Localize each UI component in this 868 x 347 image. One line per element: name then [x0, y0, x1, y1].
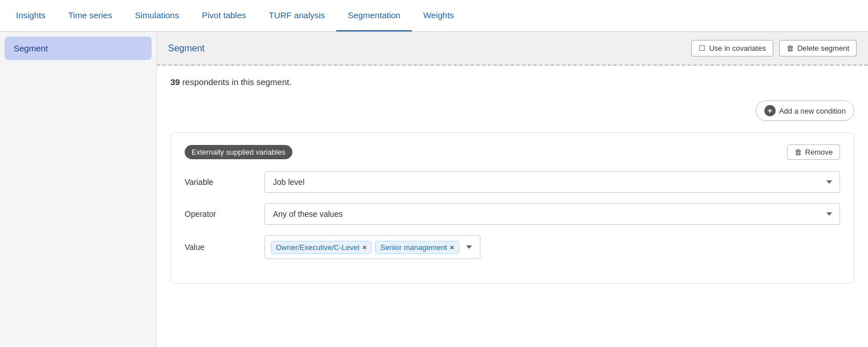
tag-senior-management-label: Senior management: [380, 243, 447, 252]
header-actions: ☐ Use in covariates 🗑 Delete segment: [691, 40, 857, 57]
respondents-description: respondents in this segment.: [182, 77, 292, 87]
delete-segment-button[interactable]: 🗑 Delete segment: [779, 40, 857, 57]
tab-segmentation[interactable]: Segmentation: [336, 0, 412, 31]
top-nav: Insights Time series Simulations Pivot t…: [0, 0, 868, 32]
tab-time-series[interactable]: Time series: [57, 0, 124, 31]
remove-condition-button[interactable]: 🗑 Remove: [787, 144, 840, 160]
delete-segment-label: Delete segment: [797, 44, 849, 53]
tab-pivot-tables[interactable]: Pivot tables: [190, 0, 258, 31]
value-row: Value Owner/Executive/C-Level × Senior m…: [185, 235, 840, 259]
tag-owner-executive-label: Owner/Executive/C-Level: [276, 243, 360, 252]
sidebar: Segment: [0, 32, 157, 346]
tab-turf-analysis[interactable]: TURF analysis: [258, 0, 336, 31]
respondents-text: 39 respondents in this segment.: [170, 77, 854, 87]
tab-simulations[interactable]: Simulations: [124, 0, 191, 31]
variable-select[interactable]: Job level: [264, 171, 840, 193]
plus-icon: +: [764, 105, 776, 116]
remove-label: Remove: [805, 148, 833, 156]
tag-owner-executive: Owner/Executive/C-Level ×: [271, 241, 372, 254]
sidebar-item-segment[interactable]: Segment: [5, 37, 152, 60]
use-in-covariates-button[interactable]: ☐ Use in covariates: [691, 40, 773, 57]
content-title: Segment: [168, 43, 691, 54]
main-layout: Segment Segment ☐ Use in covariates 🗑 De…: [0, 32, 868, 346]
trash-small-icon: 🗑: [794, 148, 802, 156]
tag-senior-management-remove[interactable]: ×: [450, 244, 454, 251]
use-in-covariates-label: Use in covariates: [709, 44, 766, 53]
tab-insights[interactable]: Insights: [5, 0, 57, 31]
operator-select[interactable]: Any of these values: [264, 203, 840, 225]
add-condition-row: + Add a new condition: [170, 100, 854, 121]
operator-row: Operator Any of these values: [185, 203, 840, 225]
value-tags-box[interactable]: Owner/Executive/C-Level × Senior managem…: [264, 235, 480, 259]
content-header: Segment ☐ Use in covariates 🗑 Delete seg…: [157, 32, 868, 66]
tag-senior-management: Senior management ×: [375, 241, 459, 254]
add-condition-label: Add a new condition: [779, 107, 846, 115]
condition-header: Externally supplied variables 🗑 Remove: [185, 144, 840, 160]
trash-icon: 🗑: [787, 44, 794, 53]
segment-body: 39 respondents in this segment. + Add a …: [157, 66, 868, 295]
condition-badge: Externally supplied variables: [185, 145, 292, 159]
operator-select-wrapper: Any of these values: [264, 203, 840, 225]
content-area: Segment ☐ Use in covariates 🗑 Delete seg…: [157, 32, 868, 346]
operator-label: Operator: [185, 209, 264, 219]
add-condition-button[interactable]: + Add a new condition: [756, 100, 854, 121]
checkbox-icon: ☐: [699, 44, 706, 53]
variable-label: Variable: [185, 177, 264, 187]
value-label: Value: [185, 243, 264, 252]
condition-block: Externally supplied variables 🗑 Remove V…: [170, 132, 854, 284]
respondents-count: 39: [170, 77, 180, 87]
variable-select-wrapper: Job level: [264, 171, 840, 193]
tag-owner-executive-remove[interactable]: ×: [362, 244, 367, 251]
tab-weights[interactable]: Weights: [412, 0, 466, 31]
variable-row: Variable Job level: [185, 171, 840, 193]
